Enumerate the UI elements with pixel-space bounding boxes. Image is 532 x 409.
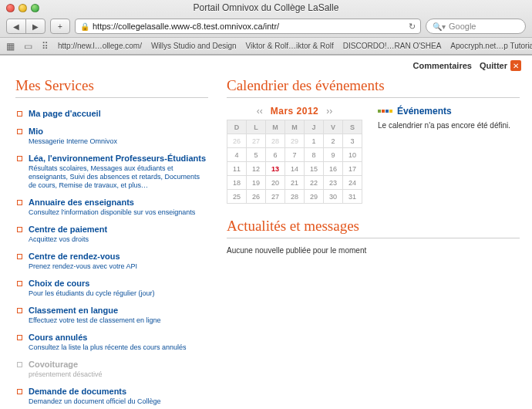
service-title: Mio xyxy=(29,127,117,137)
bookmark-item[interactable]: http://new.l…ollege.com/ xyxy=(58,42,142,50)
reading-list-icon[interactable]: ▭ xyxy=(24,41,32,52)
bullet-icon xyxy=(17,335,22,340)
calendar-day-cell[interactable]: 15 xyxy=(305,162,323,175)
bookmark-item[interactable]: DISCORDO!…RAN O'SHEA xyxy=(343,42,441,50)
search-icon: 🔍▾ xyxy=(433,22,446,31)
bookmarks-bar: ▦ ▭ ⠿ http://new.l…ollege.com/ Willys St… xyxy=(0,37,532,54)
bullet-icon xyxy=(17,200,22,205)
url-bar[interactable]: 🔒 https://collegelasalle.www-c8.test.omn… xyxy=(75,19,421,34)
calendar-day-cell[interactable]: 28 xyxy=(285,190,304,203)
service-item[interactable]: Centre de rendez-vousPrenez rendez-vous … xyxy=(15,248,208,275)
calendar-day-cell[interactable]: 19 xyxy=(247,176,265,189)
calendar-widget: ‹‹ Mars 2012 ›› DLMMJVS26272829123456789… xyxy=(227,106,362,204)
calendar-day-cell[interactable]: 3 xyxy=(343,134,362,147)
service-item[interactable]: Annuaire des enseignantsConsultez l'info… xyxy=(15,194,208,221)
calendar-day-cell[interactable]: 24 xyxy=(343,176,362,189)
service-item[interactable]: Cours annulésConsultez la liste la plus … xyxy=(15,330,208,357)
bookmark-item[interactable]: Viktor & Rolf…iktor & Rolf xyxy=(246,42,334,50)
bullet-icon xyxy=(17,389,22,394)
calendar-day-cell[interactable]: 11 xyxy=(227,162,246,175)
search-bar[interactable]: 🔍▾ Google xyxy=(426,19,526,34)
service-item[interactable]: Covoiturageprésentement désactivé xyxy=(15,357,208,384)
services-list: Ma page d'accueilMioMessagerie Interne O… xyxy=(15,106,208,409)
service-item[interactable]: Classement en langueEffectuez votre test… xyxy=(15,303,208,330)
service-subtitle: Effectuez votre test de classement en li… xyxy=(29,316,160,325)
reload-icon[interactable]: ↻ xyxy=(409,22,416,32)
service-subtitle: présentement désactivé xyxy=(29,370,103,379)
service-subtitle: Prenez rendez-vous avec votre API xyxy=(29,262,137,271)
calendar-day-cell[interactable]: 14 xyxy=(285,162,304,175)
service-subtitle: Demandez un document officiel du Collège xyxy=(29,397,160,406)
service-item[interactable]: Choix de coursPour les étudiants du cycl… xyxy=(15,275,208,303)
events-empty-text: Le calendrier n'a pas encore été défini. xyxy=(378,121,510,130)
bookmark-item[interactable]: Willys Studio and Design xyxy=(151,42,237,50)
calendar-day-cell[interactable]: 28 xyxy=(266,134,285,147)
calendar-day-cell[interactable]: 27 xyxy=(266,190,285,203)
browser-toolbar: ◀ ▶ + 🔒 https://collegelasalle.www-c8.te… xyxy=(0,15,532,37)
bullet-icon xyxy=(17,362,22,367)
calendar-day-cell[interactable]: 13 xyxy=(266,162,285,175)
back-button[interactable]: ◀ xyxy=(6,19,26,34)
calendar-day-cell[interactable]: 29 xyxy=(305,190,323,203)
bullet-icon xyxy=(17,254,22,259)
bookmark-item[interactable]: Apocryph.net…p Tutorials xyxy=(450,42,532,50)
calendar-day-cell[interactable]: 9 xyxy=(324,148,342,161)
service-item[interactable]: Léa, l'environnement Professeurs-Étudian… xyxy=(15,150,208,194)
calendar-prev-button[interactable]: ‹‹ xyxy=(257,106,263,117)
logout-icon: ✕ xyxy=(510,60,521,71)
service-title: Centre de paiement xyxy=(29,225,107,235)
calendar-day-cell[interactable]: 10 xyxy=(343,148,362,161)
news-empty-text: Aucune nouvelle publiée pour le moment xyxy=(227,246,520,255)
add-bookmark-button[interactable]: + xyxy=(50,19,70,34)
calendar-day-cell[interactable]: 26 xyxy=(227,134,246,147)
service-item[interactable]: Centre de paiementAcquittez vos droits xyxy=(15,221,208,248)
calendar-day-cell[interactable]: 1 xyxy=(305,134,323,147)
calendar-day-cell[interactable]: 27 xyxy=(247,134,265,147)
calendar-day-cell[interactable]: 26 xyxy=(247,190,265,203)
calendar-day-cell[interactable]: 4 xyxy=(227,148,246,161)
calendar-day-cell[interactable]: 5 xyxy=(247,148,265,161)
news-heading: Actualités et messages xyxy=(227,218,520,238)
calendar-day-cell[interactable]: 25 xyxy=(227,190,246,203)
events-color-dots-icon xyxy=(378,110,392,113)
calendar-day-header: J xyxy=(305,120,323,134)
bookmarks-menu-icon[interactable]: ▦ xyxy=(6,41,15,52)
services-heading: Mes Services xyxy=(15,77,208,98)
comments-link[interactable]: Commentaires xyxy=(413,61,472,70)
calendar-day-cell[interactable]: 31 xyxy=(343,190,362,203)
calendar-day-cell[interactable]: 29 xyxy=(285,134,304,147)
top-sites-icon[interactable]: ⠿ xyxy=(42,41,49,52)
service-subtitle: Consultez la liste la plus récente des c… xyxy=(29,343,187,352)
bullet-icon xyxy=(17,129,22,134)
calendar-day-cell[interactable]: 18 xyxy=(227,176,246,189)
service-subtitle: Messagerie Interne Omnivox xyxy=(29,137,117,146)
service-title: Annuaire des enseignants xyxy=(29,198,195,208)
calendar-next-button[interactable]: ›› xyxy=(326,106,332,117)
calendar-day-cell[interactable]: 30 xyxy=(324,190,342,203)
logout-label: Quitter xyxy=(480,61,507,70)
calendar-day-cell[interactable]: 17 xyxy=(343,162,362,175)
bullet-icon xyxy=(17,308,22,313)
calendar-day-cell[interactable]: 22 xyxy=(305,176,323,189)
service-item[interactable]: Demande de documentsDemandez un document… xyxy=(15,384,208,409)
calendar-day-cell[interactable]: 20 xyxy=(266,176,285,189)
calendar-day-cell[interactable]: 8 xyxy=(305,148,323,161)
url-text: https://collegelasalle.www-c8.test.omniv… xyxy=(93,22,279,31)
logout-link[interactable]: Quitter ✕ xyxy=(480,60,521,71)
calendar-day-cell[interactable]: 12 xyxy=(247,162,265,175)
calendar-day-cell[interactable]: 23 xyxy=(324,176,342,189)
service-subtitle: Pour les étudiants du cycle régulier (jo… xyxy=(29,289,155,298)
calendar-day-cell[interactable]: 16 xyxy=(324,162,342,175)
service-title: Classement en langue xyxy=(29,306,160,316)
calendar-day-cell[interactable]: 2 xyxy=(324,134,342,147)
service-item[interactable]: MioMessagerie Interne Omnivox xyxy=(15,123,208,150)
calendar-day-cell[interactable]: 6 xyxy=(266,148,285,161)
forward-button[interactable]: ▶ xyxy=(25,19,45,34)
service-title: Cours annulés xyxy=(29,333,187,343)
calendar-day-cell[interactable]: 7 xyxy=(285,148,304,161)
service-item[interactable]: Ma page d'accueil xyxy=(15,106,208,123)
calendar-day-cell[interactable]: 21 xyxy=(285,176,304,189)
service-subtitle: Résultats scolaires, Messages aux étudia… xyxy=(29,164,207,190)
events-label: Événements xyxy=(378,106,510,117)
calendar-day-header: S xyxy=(343,120,362,134)
